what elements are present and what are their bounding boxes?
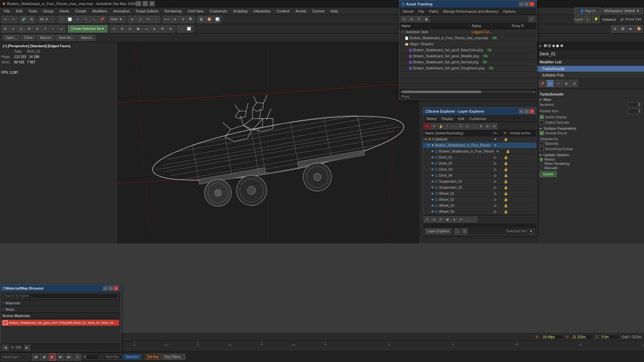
copitor-btn[interactable]: Copitor xyxy=(575,16,582,23)
se-menu-display[interactable]: Display xyxy=(439,116,455,121)
at-row-maxfile[interactable]: 📄 Broken_Skateboard_in_Four_Pieces_max_v… xyxy=(399,35,536,41)
se-side-btn2[interactable]: ⊞ xyxy=(431,217,437,223)
maximize-btn[interactable]: □ xyxy=(143,1,148,6)
align-btn[interactable]: ⊟ xyxy=(171,16,178,23)
at-row-normal[interactable]: 🖼 Broken_Skateboard_Set_geo4_Normal.png … xyxy=(399,59,536,65)
workspaces-dropdown[interactable]: Workspaces: Default ▼ xyxy=(602,8,643,14)
iterations-input[interactable] xyxy=(628,102,641,107)
se-menu-edit[interactable]: Edit xyxy=(456,116,467,121)
setkey-btn[interactable]: Set Key xyxy=(145,354,161,360)
at-close[interactable]: × xyxy=(530,2,534,6)
smoothing-groups-checkbox[interactable] xyxy=(540,147,544,151)
tb2-btn2[interactable]: ⊡ xyxy=(9,25,17,33)
se-minimize[interactable]: – xyxy=(519,109,524,114)
se-side-btn7[interactable]: ⬚ xyxy=(465,217,471,223)
select-region-btn[interactable]: ⬜ xyxy=(66,16,73,23)
se-side-btn1[interactable]: ⊡ xyxy=(424,217,430,223)
se-del-btn[interactable]: − xyxy=(451,123,457,129)
create-selection-set-btn[interactable]: Create Selection Se▼ xyxy=(68,25,107,33)
se-sel-dropdown[interactable]: ▼ xyxy=(528,229,534,234)
render-iters-input[interactable] xyxy=(628,109,641,114)
matlib-btn[interactable]: 🎨 xyxy=(206,16,213,23)
se-eye-default[interactable]: 👁 xyxy=(424,138,427,141)
se-sel-tb1[interactable]: ⬚ xyxy=(454,228,460,234)
update-options-header[interactable]: ▶ Update Options xyxy=(540,152,641,158)
render-btn[interactable]: 🖼 xyxy=(198,16,205,23)
se-side-btn8[interactable]: ↕ xyxy=(471,217,477,223)
tb2-btn7[interactable]: ⌖ xyxy=(50,25,57,33)
scene-xplorer-btn[interactable]: 🔍 xyxy=(187,16,195,23)
se-row-deck03[interactable]: 👁 ⬡ Deck_03 ⊡ 🔒 xyxy=(423,167,536,173)
save-as-btn[interactable]: Save As... xyxy=(56,35,77,41)
light-btn[interactable]: 💡 xyxy=(592,16,600,23)
key-mode-btn[interactable]: ⊡ xyxy=(74,353,81,361)
mb-minimize[interactable]: – xyxy=(103,286,108,291)
se-row-wheel04[interactable]: 👁 ⬡ Wheel_04 ⊡ 🔒 xyxy=(423,209,536,215)
se-side-btn4[interactable]: ▣ xyxy=(444,217,450,223)
menu-file[interactable]: File xyxy=(1,7,13,14)
scale-btn[interactable]: ⤡ xyxy=(90,16,98,23)
tb2-btn1[interactable]: ⊞ xyxy=(1,25,9,33)
se-sel-tb2[interactable]: ☰ xyxy=(462,228,468,234)
manually-radio[interactable] xyxy=(540,167,543,170)
at-row-maps-folder[interactable]: 📁 Maps / Shaders xyxy=(399,41,536,47)
menu-edit[interactable]: Edit xyxy=(13,7,25,14)
se-clear-btn[interactable]: ✕ xyxy=(424,123,430,129)
at-menu-bitmap[interactable]: Bitmap Performance and Memory xyxy=(441,9,500,14)
at-menu-paths[interactable]: Paths xyxy=(427,9,440,14)
percentsnap-btn[interactable]: % xyxy=(145,16,152,23)
mb-close[interactable]: × xyxy=(114,286,118,291)
menu-create[interactable]: Create xyxy=(72,7,89,14)
x-input[interactable] xyxy=(540,335,564,340)
mb-mat-item[interactable]: Broken_Skateboard_Set_geo4_MAT (VRayMtl)… xyxy=(2,320,119,326)
tb2-btn13[interactable]: ⊿ xyxy=(143,25,150,33)
at-row-basecolor[interactable]: 🖼 Broken_Skateboard_Set_geo4_BaseColor.p… xyxy=(399,47,536,53)
keyfilters-btn[interactable]: Key Filters... xyxy=(162,354,186,360)
frame-input[interactable] xyxy=(82,354,99,360)
se-row-wheel01[interactable]: 👁 ⬡ Wheel_01 ⊡ 🔒 xyxy=(423,191,536,197)
minimize-btn[interactable]: – xyxy=(136,1,141,6)
rp-display-btn[interactable]: 🖥 xyxy=(562,80,570,87)
at-tb4[interactable]: ▣ xyxy=(423,16,430,22)
se-row-susp01[interactable]: 👁 ⬡ Suspension_01 ⊡ 🔒 xyxy=(423,179,536,185)
render-frame-btn[interactable]: 🖼 xyxy=(619,25,627,33)
tb2-btn15[interactable]: ⌘ xyxy=(159,25,166,33)
se-col-btn[interactable]: ⬚ xyxy=(471,123,477,129)
mb-prev-btn[interactable]: ◀ xyxy=(2,345,8,350)
at-menu-server[interactable]: Server xyxy=(401,9,416,14)
se-layer-btn[interactable]: ☰ xyxy=(458,123,464,129)
menu-views[interactable]: Views xyxy=(57,7,72,14)
tb2-btn3[interactable]: ⊟ xyxy=(17,25,25,33)
se-row-deck01[interactable]: 👁 ⬡ Deck_01 ⊡ 🔒 xyxy=(423,155,536,161)
menu-graph-editors[interactable]: Graph Editors xyxy=(133,7,161,14)
se-lock-btn[interactable]: 🔒 xyxy=(438,123,444,129)
at-menu-options[interactable]: Options xyxy=(501,9,518,14)
menu-group[interactable]: Group xyxy=(40,7,56,14)
rp-pin-btn[interactable]: 📌 xyxy=(538,80,546,87)
menu-scripting[interactable]: Scripting xyxy=(230,7,250,14)
menu-corona[interactable]: Corona xyxy=(310,7,327,14)
filter-dropdown[interactable]: All▼ xyxy=(38,16,55,23)
tb2-btn4[interactable]: ⊠ xyxy=(25,25,33,33)
mb-next-btn[interactable]: ▶ xyxy=(24,345,30,350)
mb-maps-section[interactable]: + Maps xyxy=(0,306,120,313)
tb2-btn11[interactable]: ☰ xyxy=(126,25,134,33)
se-row-broken-group[interactable]: 👁 ▼ Broken_Skateboard_in_Four_Pieces 👁 xyxy=(423,142,536,148)
tb2-btn12[interactable]: ▣ xyxy=(135,25,142,33)
menu-animation[interactable]: Animation xyxy=(111,7,132,14)
at-menu-file[interactable]: File xyxy=(416,9,426,14)
tb2-btn9[interactable]: ⊡ xyxy=(110,25,118,33)
se-side-btn6[interactable]: ⊕ xyxy=(458,217,464,223)
se-menu-customize[interactable]: Customize xyxy=(467,116,489,121)
material-editor-btn[interactable]: 🎨 xyxy=(635,25,643,33)
mb-search-input[interactable] xyxy=(2,293,118,299)
macro1-btn2[interactable]: Macro1 xyxy=(78,35,95,41)
menu-help[interactable]: Help xyxy=(328,7,341,14)
next-frame-btn[interactable]: ▶ xyxy=(57,353,64,361)
macro1-btn[interactable]: Macro1 xyxy=(37,35,54,41)
se-row-default-layer[interactable]: 👁 ☰ 0 (default) 👁 🔒 xyxy=(423,136,536,142)
se-row-broken-obj[interactable]: 👁 ⬡ Broken_Skateboard_in_Four_Pieces 👁 🔒 xyxy=(423,148,536,155)
at-refresh-btn[interactable]: ↻ xyxy=(528,16,535,22)
close-btn[interactable]: × xyxy=(149,1,155,6)
y-input[interactable] xyxy=(570,335,593,340)
